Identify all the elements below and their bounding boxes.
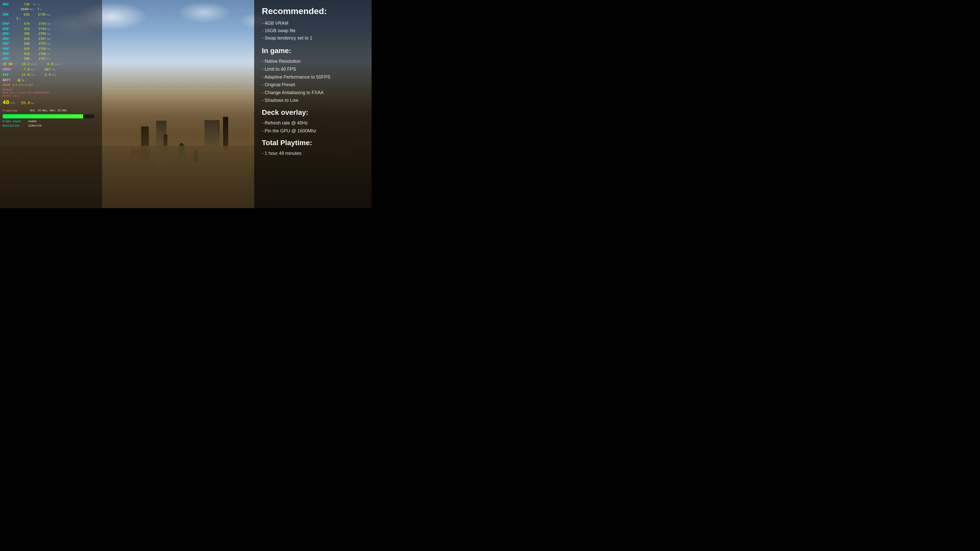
cpu-core-5-clock: 2759: [30, 47, 46, 52]
gpu-temp-val: 75: [33, 3, 36, 7]
mesa-info: Mesa 22.1.4-level [git-03db7b91fb]: [3, 91, 100, 95]
batt-row: BATT ⚡: [3, 78, 100, 83]
system-info: VanGooh Mesa 22.1.4-level [git-03db7b91f…: [3, 88, 100, 98]
fps-row: 40FPS 25.0ms: [3, 98, 100, 107]
io-write-unit: MiB/s: [54, 63, 61, 67]
vram-used-unit: GiB: [30, 68, 35, 72]
ram-other-unit: GiB: [52, 74, 56, 77]
cpu-core-3-clock: 2707: [30, 37, 46, 41]
cpu-core-5-row: CPU⁵ 61% 2759MHz: [3, 47, 100, 52]
cpu-core-0-row: CPU⁰ 67% 2795MHz: [3, 22, 100, 27]
vram-clock-unit: MHz: [52, 68, 56, 72]
gpu-label: GPU: [3, 2, 16, 7]
battery-fill: [18, 79, 20, 81]
cpu-core-7-label: CPU⁷: [3, 57, 16, 62]
fps-value: 40: [3, 98, 9, 107]
cpu-core-4-label: CPU⁴: [3, 41, 16, 46]
recommended-item-0: - 4GB VRAM: [262, 20, 364, 27]
cpu-core-6-row: CPU⁶ 61% 2766MHz: [3, 52, 100, 57]
cpu-usage: 62%: [18, 12, 30, 17]
ingame-list: - Native Resolution- Limit to 40 FPS- Ad…: [262, 57, 364, 104]
cpu-core-0-clock-unit: MHz: [47, 23, 51, 26]
frame-count-label: Frame Count: [3, 119, 25, 124]
cpu-core-2-label: CPU²: [3, 32, 16, 37]
battery-icon: [18, 79, 23, 82]
cpu-label: CPU: [3, 12, 16, 17]
hud-overlay: GPU 72% 75°C 1600MHz 7W CPU 62% 2795MHz …: [0, 0, 102, 130]
charger-icon: ⚡: [26, 78, 28, 83]
ingame-item-2: - Adaptive Performance to 50FPS: [262, 73, 364, 81]
io-read-unit: MiB/s: [30, 63, 38, 67]
cpu-core-7-usage: 59%: [18, 57, 30, 62]
right-panel: Recommended: - 4GB VRAM- 16GB swap file-…: [254, 0, 372, 208]
cpu-core-1-clock-unit: MHz: [47, 28, 51, 32]
cpu-core-3-row: CPU³ 61% 2707MHz: [3, 37, 100, 41]
cpu-core-4-clock: 2753: [30, 41, 46, 46]
ram-other: 1.4: [38, 73, 51, 78]
frametime-minmax: min: 24.0ms, max: 29.6ms: [30, 109, 67, 113]
resolution-value: 1280x720: [28, 124, 41, 128]
cpu-watts-unit: W: [19, 17, 21, 21]
frametime-bar: [3, 114, 83, 118]
io-label: IO RW: [3, 62, 16, 67]
cpu-core-2-clock: 2709: [30, 32, 46, 37]
gpu-clock: 1600: [16, 7, 29, 12]
cpu-core-0-usage: 67%: [18, 22, 30, 27]
cpu-core-6-usage: 61%: [18, 52, 30, 57]
gpu-row: GPU 72% 75°C: [3, 2, 100, 7]
ingame-item-4: - Change Antialiasing to FXAA: [262, 89, 364, 97]
frametime-max: 29.6ms: [57, 109, 67, 112]
cpu-core-2-row: CPU² 58% 2709MHz: [3, 32, 100, 37]
cpu-core-1-label: CPU¹: [3, 27, 16, 32]
gpu-clock-unit: MHz: [30, 8, 34, 12]
deck-title: Deck overlay:: [262, 108, 364, 117]
right-tower: [204, 120, 220, 146]
playtime-list: - 1 hour 49 minutes: [262, 149, 364, 157]
ram-label: RAM: [3, 73, 16, 78]
resolution-label: Resolution: [3, 124, 25, 128]
cpu-clock-unit: MHz: [47, 14, 51, 17]
vkd3d-label: VKD3D: [3, 84, 10, 86]
cpu-core-6-clock-unit: MHz: [47, 53, 51, 56]
frametime-header: Frametime min: 24.0ms, max: 29.6ms: [3, 109, 100, 113]
cpu-core-5-usage: 61%: [18, 47, 30, 52]
deck-list: - Refresh rate @ 40Hz- Pin the GPU @ 160…: [262, 119, 364, 135]
cpu-core-0-clock: 2795: [30, 22, 46, 27]
batt-label: BATT: [3, 78, 16, 83]
ram-row: RAM 11.0GiB 1.4GiB: [3, 73, 100, 78]
cpu-core-0-label: CPU⁰: [3, 22, 16, 27]
frame-count-row: Frame Count 44666: [3, 119, 100, 124]
cpu-core-6-label: CPU⁶: [3, 52, 16, 57]
deck-item-0: - Refresh rate @ 40Hz: [262, 119, 364, 127]
frametime-label: Frametime: [3, 109, 18, 113]
vram-used: 7.8: [18, 67, 30, 72]
cpu-core-4-row: CPU⁴ 64% 2753MHz: [3, 41, 100, 46]
gpu-usage: 72%: [18, 2, 30, 7]
cpu-watts: 3: [16, 17, 18, 21]
cpu-core-7-clock: 2757: [30, 57, 46, 62]
ingame-item-1: - Limit to 40 FPS: [262, 65, 364, 73]
cpu-core-7-clock-unit: MHz: [47, 58, 51, 61]
resolution-row: Resolution 1280x720: [3, 124, 100, 128]
gpu-temp-unit: °C: [37, 3, 40, 7]
frame-info: Frame Count 44666 Resolution 1280x720: [3, 119, 100, 128]
cpu-core-4-clock-unit: MHz: [47, 43, 51, 46]
ram-used: 11.0: [18, 73, 30, 78]
frametime-unit: ms: [31, 102, 34, 106]
vram-clock: 687: [38, 67, 51, 72]
cpu-core-5-label: CPU⁵: [3, 47, 16, 52]
cpu-core-5-clock-unit: MHz: [47, 48, 51, 51]
frametime-value: 25.0: [21, 100, 30, 106]
right-tower-2: [223, 117, 228, 150]
deck-item-1: - Pin the GPU @ 1600Mhz: [262, 127, 364, 135]
ingame-item-3: - Original Preset: [262, 81, 364, 89]
proton-info: Proton 7.0-4: [3, 95, 100, 98]
gpu-watts: 7: [37, 7, 39, 12]
frame-count-value: 44666: [28, 119, 37, 124]
cpu-core-1-row: CPU¹ 61% 2784MHz: [3, 27, 100, 32]
driver-info: VanGooh: [3, 88, 100, 92]
frametime-min: 24.0ms: [38, 109, 47, 112]
frametime-section: Frametime min: 24.0ms, max: 29.6ms: [3, 109, 100, 119]
cpu-core-3-usage: 61%: [18, 37, 30, 41]
vkd3d-row: VKD3D 2.6.0/1.3.224: [3, 83, 100, 87]
